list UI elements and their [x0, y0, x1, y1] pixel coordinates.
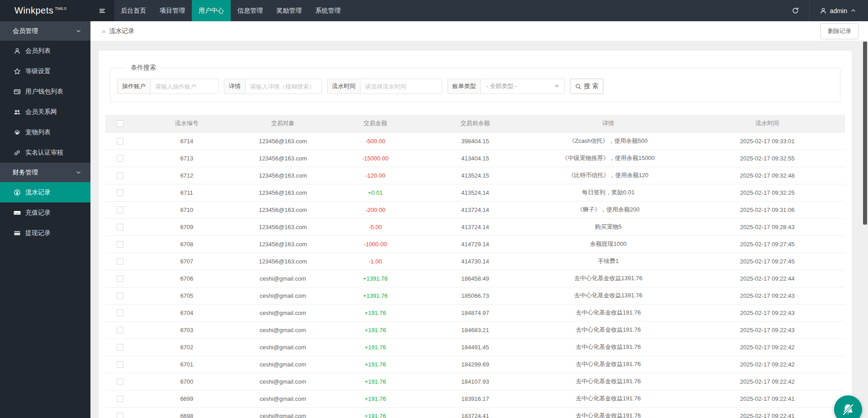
search-button[interactable]: 搜 索	[570, 79, 603, 94]
table-row: 6703ceshi@gmail.com+191.76184683.21去中心化基…	[105, 321, 845, 338]
scrollbar-thumb[interactable]	[863, 42, 867, 225]
row-checkbox[interactable]	[117, 378, 123, 385]
cell-detail: 《比特币信托》，使用余额120	[527, 167, 690, 184]
bill-type-select[interactable]: - 全部类型 -	[481, 79, 564, 94]
row-checkbox[interactable]	[117, 172, 123, 179]
topnav-item[interactable]: 后台首页	[114, 0, 153, 21]
sidebar-item[interactable]: 等级设置	[0, 61, 90, 81]
topnav-item[interactable]: 用户中心	[192, 0, 231, 21]
row-checkbox[interactable]	[117, 138, 123, 145]
cell-account: ceshi@gmail.com	[238, 270, 327, 287]
row-checkbox[interactable]	[117, 189, 123, 196]
sidebar-item-label: 等级设置	[25, 67, 51, 75]
sidebar-item[interactable]: 会员列表	[0, 41, 90, 61]
refresh-button[interactable]	[782, 0, 809, 21]
search-input[interactable]	[151, 79, 218, 94]
table-row: 6702ceshi@gmail.com+191.76184491.45去中心化基…	[105, 338, 845, 356]
row-checkbox[interactable]	[117, 155, 123, 162]
cell-balance: 184491.45	[423, 338, 527, 356]
sidebar-item[interactable]: 流水记录	[0, 182, 90, 202]
topnav-item[interactable]: 项目管理	[153, 0, 192, 21]
sidebar-item[interactable]: 提现记录	[0, 223, 90, 243]
topnav-item[interactable]: 奖励管理	[270, 0, 308, 21]
table-row: 6714123456@163.com-500.00398404.15《Zcash…	[105, 132, 845, 150]
search-icon	[575, 83, 582, 90]
cell-balance: 184299.69	[423, 356, 527, 373]
sidebar-item[interactable]: 宠物列表	[0, 122, 90, 142]
table-row: 6712123456@163.com-120.00413524.15《比特币信托…	[105, 167, 845, 184]
row-checkbox[interactable]	[117, 310, 123, 316]
cell-amount: +1391.76	[327, 287, 423, 304]
row-checkbox[interactable]	[117, 344, 123, 351]
table-row: 6707123456@163.com-1.00414730.14手续费12025…	[105, 253, 845, 270]
cell-time: 2025-02-17 09:27:45	[690, 253, 845, 270]
menu-toggle-button[interactable]	[90, 0, 114, 21]
topnav-item[interactable]: 信息管理	[231, 0, 270, 21]
cell-account: ceshi@gmail.com	[238, 390, 327, 407]
cell-detail: 去中心化基金收益191.76	[527, 407, 690, 418]
row-checkbox[interactable]	[117, 275, 123, 282]
topnav-item[interactable]: 系统管理	[308, 0, 347, 21]
cell-account: ceshi@gmail.com	[238, 407, 327, 418]
sidebar-group-header[interactable]: 会员管理	[0, 21, 90, 41]
row-checkbox[interactable]	[117, 413, 123, 418]
chevron-down-icon	[76, 28, 81, 34]
cell-detail: 《中级宠物推荐》，使用余额15000	[527, 150, 690, 167]
column-header: 流水时间	[690, 115, 845, 132]
search-input[interactable]	[246, 79, 322, 94]
column-header: 交易金额	[327, 115, 423, 132]
table-row: 6698ceshi@gmail.com+191.76183724.41去中心化基…	[105, 407, 845, 418]
table-row: 6701ceshi@gmail.com+191.76184299.69去中心化基…	[105, 356, 845, 373]
sidebar-item[interactable]: 实名认证审核	[0, 142, 90, 163]
cell-amount: +191.76	[327, 338, 423, 356]
cell-amount: -5.00	[327, 218, 423, 235]
row-checkbox[interactable]	[117, 241, 123, 248]
row-checkbox[interactable]	[117, 361, 123, 368]
cell-time: 2025-02-17 09:32:25	[690, 184, 845, 201]
sidebar-item-label: 提现记录	[25, 229, 51, 237]
search-input[interactable]	[360, 79, 442, 94]
cell-balance: 413724.14	[423, 201, 527, 218]
row-checkbox[interactable]	[117, 258, 123, 265]
cell-id: 6707	[135, 253, 238, 270]
row-checkbox[interactable]	[117, 292, 123, 299]
cell-balance: 413524.15	[423, 167, 527, 184]
paw-icon	[14, 129, 21, 136]
cell-detail: 手续费1	[527, 253, 690, 270]
cell-detail: 去中心化基金收益1391.76	[527, 287, 690, 304]
cell-amount: +191.76	[327, 390, 423, 407]
select-all-checkbox[interactable]	[117, 120, 123, 127]
cell-balance: 184683.21	[423, 321, 527, 338]
sidebar-item-label: 用户钱包列表	[25, 88, 63, 96]
sidebar-item-label: 实名认证审核	[25, 149, 63, 157]
sidebar-item[interactable]: PayPal充值记录	[0, 202, 90, 223]
cell-account: 123456@163.com	[238, 253, 327, 270]
sidebar-item[interactable]: 会员关系网	[0, 102, 90, 122]
sidebar-group-header[interactable]: 财务管理	[0, 163, 90, 182]
cell-detail: 去中心化基金收益191.76	[527, 321, 690, 338]
sidebar-group-label: 会员管理	[13, 27, 38, 35]
delete-records-button[interactable]: 删除记录	[821, 23, 859, 39]
cell-time: 2025-02-17 09:33:01	[690, 132, 845, 150]
cell-account: 123456@163.com	[238, 167, 327, 184]
cell-balance: 183724.41	[423, 407, 527, 418]
cell-id: 6701	[135, 356, 238, 373]
table-row: 6710123456@163.com-200.00413724.14《狮子》，使…	[105, 201, 845, 218]
row-checkbox[interactable]	[117, 327, 123, 333]
user-icon	[14, 47, 21, 55]
menu-icon	[99, 7, 106, 14]
sidebar-item-label: 流水记录	[25, 188, 51, 197]
row-checkbox[interactable]	[117, 395, 123, 402]
sidebar-item[interactable]: 用户钱包列表	[0, 81, 90, 102]
svg-text:PayPal: PayPal	[14, 211, 20, 214]
cell-account: 123456@163.com	[238, 150, 327, 167]
cell-amount: -200.00	[327, 201, 423, 218]
row-checkbox[interactable]	[117, 224, 123, 230]
app-title-version: TM6.0	[55, 6, 66, 11]
breadcrumb-arrow-icon: »	[102, 27, 105, 35]
cell-time: 2025-02-17 09:22:43	[690, 304, 845, 321]
table-row: 6709123456@163.com-5.00413724.14购买宠物5202…	[105, 218, 845, 235]
user-menu[interactable]: admin	[810, 0, 868, 21]
row-checkbox[interactable]	[117, 207, 123, 213]
table-row: 6713123456@163.com-15000.00413404.15《中级宠…	[105, 150, 845, 167]
